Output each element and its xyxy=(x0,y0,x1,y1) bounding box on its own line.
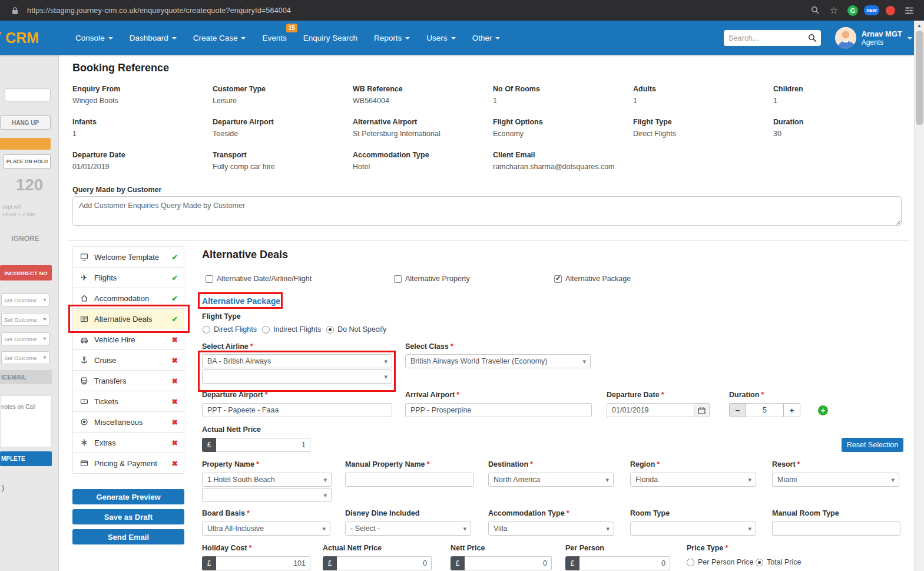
sidebar-item-extras[interactable]: Extras ✖ xyxy=(72,432,184,453)
sidebar-item-alternative-deals[interactable]: Alternative Deals ✔ xyxy=(72,308,184,329)
nav-reports[interactable]: Reports xyxy=(366,21,418,55)
nav-users[interactable]: Users xyxy=(418,21,463,55)
do-not-specify-radio[interactable]: Do Not Specify xyxy=(326,325,386,334)
url-text[interactable]: https://staging.journey-crm.co.uk/enquir… xyxy=(27,6,291,15)
booking-field-transport: TransportFully comp car hire xyxy=(213,151,353,171)
duration-stepper: − + xyxy=(729,403,800,417)
nav-events[interactable]: Events15 xyxy=(254,21,294,55)
sidebar-item-welcome-template[interactable]: Welcome Template ✔ xyxy=(72,246,184,268)
sidebar-item-pricing-payment[interactable]: Pricing & Payment ✖ xyxy=(72,453,184,474)
search-input[interactable] xyxy=(724,34,808,42)
per-person-input[interactable] xyxy=(579,556,670,570)
indirect-flights-radio[interactable]: Indirect Flights xyxy=(262,325,321,334)
departure-airport-label: Departure Airport* xyxy=(202,391,268,399)
add-row-icon[interactable]: + xyxy=(818,405,828,415)
generate-preview-button[interactable]: Generate Preview xyxy=(72,489,184,504)
lock-icon[interactable] xyxy=(8,4,21,17)
region-dropdown[interactable]: Florida xyxy=(630,473,756,487)
booking-field-adults: Adults1 xyxy=(633,85,773,105)
room-type-dropdown[interactable] xyxy=(630,522,756,536)
customer-query-textarea[interactable] xyxy=(72,196,902,226)
property-name-dropdown-secondary[interactable] xyxy=(202,488,332,502)
sidebar-item-cruise[interactable]: Cruise ✖ xyxy=(72,349,184,371)
sidebar-item-miscellaneous[interactable]: Miscellaneous ✖ xyxy=(72,411,184,433)
direct-flights-radio[interactable]: Direct Flights xyxy=(203,325,257,334)
scrollbar-thumb[interactable] xyxy=(916,31,923,125)
select-class-dropdown[interactable]: British Airways World Traveller (Economy… xyxy=(405,354,591,368)
actual-nett-price-bottom-input[interactable] xyxy=(337,556,432,570)
alternative-property-checkbox[interactable]: Alternative Property xyxy=(394,275,470,283)
disney-dine-dropdown[interactable]: - Select - xyxy=(345,522,471,536)
incorrect-number-button[interactable]: INCORRECT NO xyxy=(0,265,52,280)
alternative-deals-title: Alternative Deals xyxy=(202,249,288,261)
select-airline-dropdown-secondary[interactable] xyxy=(202,369,392,384)
booking-field-infants: Infants1 xyxy=(72,118,213,138)
chevron-down-icon xyxy=(43,338,47,340)
search-icon[interactable] xyxy=(808,34,821,42)
save-as-draft-button[interactable]: Save as Draft xyxy=(72,509,184,524)
property-name-dropdown[interactable]: 1 Hotel South Beach xyxy=(202,473,332,487)
destination-dropdown[interactable]: North America xyxy=(488,473,614,487)
sidebar-item-transfers[interactable]: Transfers ✖ xyxy=(72,370,184,391)
task-button[interactable] xyxy=(0,138,51,150)
nett-price-group: £ xyxy=(451,556,552,570)
alternative-package-checkbox[interactable]: Alternative Package xyxy=(554,275,631,283)
sidebar-item-tickets[interactable]: Tickets ✖ xyxy=(72,391,184,412)
bookmark-star-icon[interactable]: ☆ xyxy=(827,4,840,17)
price-type-total-radio[interactable]: Total Price xyxy=(756,558,801,566)
duration-decrement-button[interactable]: − xyxy=(729,403,746,417)
radio-selected-icon xyxy=(756,559,763,566)
accommodation-type-dropdown[interactable]: Villa xyxy=(488,522,614,536)
nav-create-case[interactable]: Create Case xyxy=(185,21,254,55)
nav-dashboard[interactable]: Dashboard xyxy=(121,21,185,55)
nett-price-input[interactable] xyxy=(465,556,552,570)
complete-button[interactable]: MPLETE xyxy=(0,451,52,466)
price-type-per-person-radio[interactable]: Per Person Price xyxy=(687,558,753,566)
zoom-search-icon[interactable] xyxy=(809,4,822,17)
sidebar-item-flights[interactable]: ✈ Flights ✔ xyxy=(72,267,184,288)
new-extension-badge-icon[interactable]: NEW xyxy=(865,4,878,17)
board-basis-dropdown[interactable]: Ultra All-Inclusive xyxy=(202,522,330,536)
set-outcome-dropdown-3[interactable]: Set Outcome xyxy=(1,332,49,345)
duration-input[interactable] xyxy=(746,403,783,417)
nav-console[interactable]: Console xyxy=(67,21,121,55)
manual-property-name-input[interactable] xyxy=(345,473,474,487)
voicemail-button[interactable]: ICEMAIL xyxy=(0,370,52,384)
set-outcome-dropdown-1[interactable]: Set Outcome xyxy=(1,293,49,306)
grammarly-extension-icon[interactable]: G xyxy=(846,4,859,17)
alternative-date-airline-flight-checkbox[interactable]: Alternative Date/Airline/Flight xyxy=(206,275,312,283)
holiday-cost-input[interactable] xyxy=(216,556,310,570)
actual-nett-price-input[interactable] xyxy=(216,438,310,452)
set-outcome-dropdown-4[interactable]: Set Outcome xyxy=(1,351,49,364)
dialer-input[interactable] xyxy=(5,88,51,101)
per-person-label: Per Person xyxy=(565,544,604,552)
nav-other[interactable]: Other xyxy=(464,21,509,55)
user-menu[interactable]: Arnav MGT Agents xyxy=(835,27,912,48)
app-logo[interactable]: Y CRM xyxy=(0,29,39,47)
scroll-up-arrow-icon[interactable]: ▲ xyxy=(915,21,924,30)
reset-selection-button[interactable]: Reset Selection xyxy=(842,438,903,452)
hang-up-button[interactable]: HANG UP xyxy=(0,115,51,130)
duration-increment-button[interactable]: + xyxy=(783,403,800,417)
set-outcome-dropdown-2[interactable]: Set Outcome xyxy=(1,313,49,326)
arrival-airport-label: Arrival Airport* xyxy=(405,391,459,399)
ignore-button[interactable]: IGNORE xyxy=(0,235,51,243)
nav-enquiry-search[interactable]: Enquiry Search xyxy=(295,21,366,55)
departure-airport-input[interactable] xyxy=(202,403,392,417)
sidebar-item-vehicle-hire[interactable]: Vehicle Hire ✖ xyxy=(72,329,184,350)
browser-address-bar: https://staging.journey-crm.co.uk/enquir… xyxy=(0,0,924,21)
select-airline-dropdown[interactable]: BA - British Airways xyxy=(202,354,392,368)
red-extension-icon[interactable] xyxy=(884,4,897,17)
resort-dropdown[interactable]: Miami xyxy=(772,473,899,487)
booking-field-customer-type: Customer TypeLeisure xyxy=(213,85,353,105)
send-email-button[interactable]: Send Email xyxy=(72,529,184,544)
departure-date-input[interactable] xyxy=(607,403,694,417)
calendar-icon[interactable] xyxy=(694,403,710,417)
arrival-airport-input[interactable] xyxy=(405,403,592,417)
sidebar-item-accommodation[interactable]: Accommodation ✔ xyxy=(72,288,184,309)
place-on-hold-button[interactable]: PLACE ON HOLD xyxy=(4,154,51,169)
browser-menu-icon[interactable] xyxy=(903,4,916,17)
page-scrollbar[interactable]: ▲ xyxy=(914,21,924,571)
alternative-package-link[interactable]: Alternative Package xyxy=(202,296,280,306)
manual-room-type-input[interactable] xyxy=(772,522,900,536)
